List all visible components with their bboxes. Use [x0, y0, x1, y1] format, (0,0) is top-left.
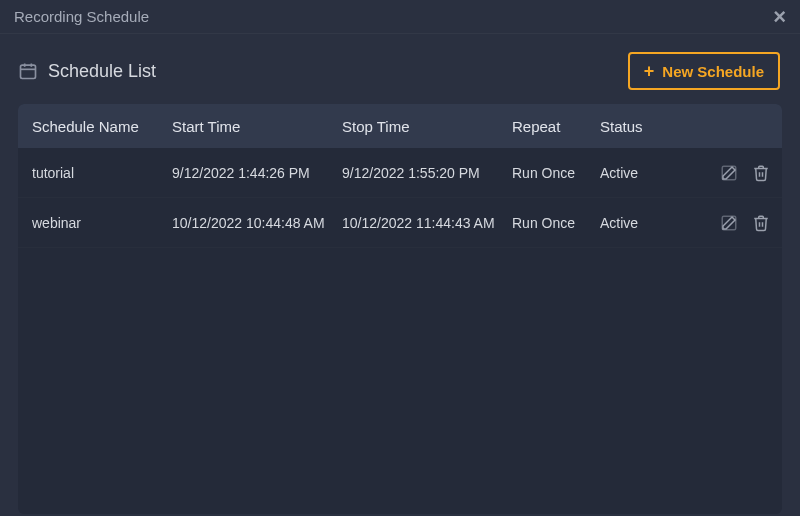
cell-stop: 10/12/2022 11:44:43 AM: [342, 215, 512, 231]
table-header: Schedule Name Start Time Stop Time Repea…: [18, 104, 782, 148]
col-start: Start Time: [172, 118, 342, 135]
trash-icon[interactable]: [752, 214, 770, 232]
titlebar: Recording Schedule ×: [0, 0, 800, 34]
col-repeat: Repeat: [512, 118, 600, 135]
schedule-table: Schedule Name Start Time Stop Time Repea…: [18, 104, 782, 514]
new-schedule-button[interactable]: + New Schedule: [628, 52, 780, 90]
cell-name: tutorial: [32, 165, 172, 181]
col-name: Schedule Name: [32, 118, 172, 135]
col-status: Status: [600, 118, 678, 135]
cell-status: Active: [600, 215, 678, 231]
new-schedule-label: New Schedule: [662, 63, 764, 80]
plus-icon: +: [644, 62, 655, 80]
page-title-group: Schedule List: [18, 61, 156, 82]
cell-status: Active: [600, 165, 678, 181]
cell-stop: 9/12/2022 1:55:20 PM: [342, 165, 512, 181]
cell-start: 10/12/2022 10:44:48 AM: [172, 215, 342, 231]
cell-repeat: Run Once: [512, 215, 600, 231]
cell-repeat: Run Once: [512, 165, 600, 181]
cell-name: webinar: [32, 215, 172, 231]
row-actions: [678, 214, 770, 232]
trash-icon[interactable]: [752, 164, 770, 182]
row-actions: [678, 164, 770, 182]
edit-icon[interactable]: [720, 214, 738, 232]
edit-icon[interactable]: [720, 164, 738, 182]
table-row: tutorial9/12/2022 1:44:26 PM9/12/2022 1:…: [18, 148, 782, 198]
cell-start: 9/12/2022 1:44:26 PM: [172, 165, 342, 181]
calendar-icon: [18, 61, 38, 81]
window-title: Recording Schedule: [14, 8, 149, 25]
page-title: Schedule List: [48, 61, 156, 82]
close-icon[interactable]: ×: [773, 6, 786, 28]
svg-rect-0: [21, 65, 36, 78]
col-stop: Stop Time: [342, 118, 512, 135]
table-row: webinar10/12/2022 10:44:48 AM10/12/2022 …: [18, 198, 782, 248]
toolbar: Schedule List + New Schedule: [0, 34, 800, 104]
